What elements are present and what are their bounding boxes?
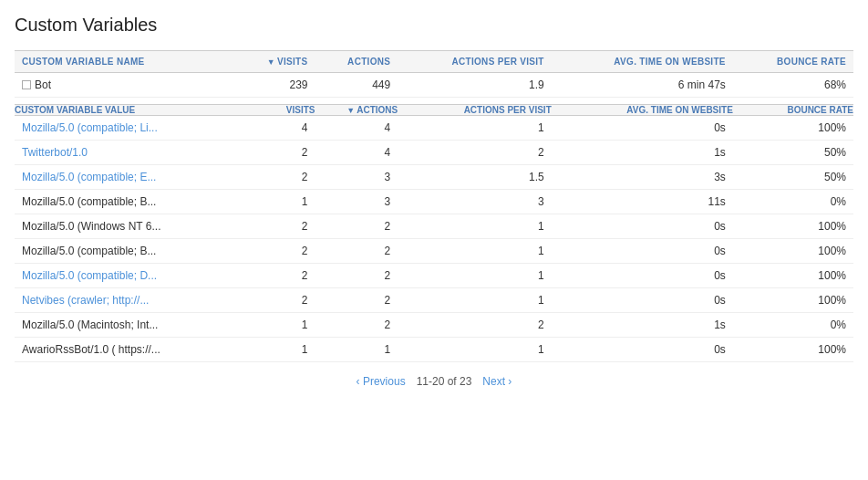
col-visits[interactable]: ▼Visits (235, 51, 315, 73)
row-avg: 1s (552, 313, 733, 338)
row-value: AwarioRssBot/1.0 ( https://... (15, 338, 235, 362)
bot-checkbox[interactable] (22, 80, 31, 89)
row-actions: 1 (315, 338, 398, 362)
row-bounce: 100% (733, 264, 853, 288)
prev-button[interactable]: ‹ Previous (356, 375, 406, 388)
row-avg: 0s (552, 239, 733, 264)
row-value: Mozilla/5.0 (compatible; B... (15, 190, 235, 214)
row-avg: 0s (552, 214, 733, 239)
col-bounce2: Bounce Rate (733, 105, 853, 116)
col-apv: Actions per Visit (398, 51, 552, 73)
row-visits: 1 (235, 338, 315, 362)
row-apv: 2 (398, 141, 552, 165)
row-avg: 0s (552, 116, 733, 141)
row-bounce: 100% (733, 214, 853, 239)
pagination: ‹ Previous 11-20 of 23 Next › (15, 375, 853, 388)
row-bounce: 0% (733, 313, 853, 338)
row-apv: 1 (398, 214, 552, 239)
row-actions: 2 (315, 239, 398, 264)
row-avg: 0s (552, 338, 733, 362)
custom-variables-table: Custom Variable Name ▼Visits Actions Act… (15, 50, 853, 362)
table-row: Mozilla/5.0 (compatible; D... 2 2 1 0s 1… (15, 264, 853, 288)
bot-visits: 239 (235, 73, 315, 98)
page-title: Custom Variables (15, 15, 853, 36)
row-visits: 2 (235, 141, 315, 165)
row-visits: 2 (235, 239, 315, 264)
table-row: AwarioRssBot/1.0 ( https://... 1 1 1 0s … (15, 338, 853, 362)
row-bounce: 100% (733, 338, 853, 362)
row-apv: 1 (398, 264, 552, 288)
col-apv2: Actions per Visit (398, 105, 552, 116)
col-visits2: Visits (235, 105, 315, 116)
row-actions: 3 (315, 165, 398, 190)
row-actions: 4 (315, 141, 398, 165)
table-row: Mozilla/5.0 (compatible; B... 1 3 3 11s … (15, 190, 853, 214)
row-actions: 2 (315, 288, 398, 313)
table-row: Mozilla/5.0 (compatible; B... 2 2 1 0s 1… (15, 239, 853, 264)
bot-label-text: Bot (35, 78, 51, 91)
table-row: Mozilla/5.0 (Macintosh; Int... 1 2 2 1s … (15, 313, 853, 338)
col-actions: Actions (315, 51, 398, 73)
row-apv: 1 (398, 338, 552, 362)
bot-avg-time: 6 min 47s (552, 73, 733, 98)
top-section-header: Custom Variable Name ▼Visits Actions Act… (15, 51, 853, 73)
row-actions: 2 (315, 313, 398, 338)
row-actions: 3 (315, 190, 398, 214)
section-gap (15, 98, 853, 105)
row-visits: 2 (235, 264, 315, 288)
col-bounce: Bounce Rate (733, 51, 853, 73)
row-value: Mozilla/5.0 (Windows NT 6... (15, 214, 235, 239)
bot-actions: 449 (315, 73, 398, 98)
row-bounce: 100% (733, 116, 853, 141)
bot-bounce: 68% (733, 73, 853, 98)
col-value: Custom Variable Value (15, 105, 235, 116)
row-visits: 2 (235, 165, 315, 190)
row-bounce: 100% (733, 239, 853, 264)
bottom-section-header: Custom Variable Value Visits ▼Actions Ac… (15, 105, 853, 116)
row-avg: 1s (552, 141, 733, 165)
col-actions2[interactable]: ▼Actions (315, 105, 398, 116)
next-button[interactable]: Next › (482, 375, 512, 388)
row-bounce: 50% (733, 141, 853, 165)
row-apv: 3 (398, 190, 552, 214)
table-row: Mozilla/5.0 (Windows NT 6... 2 2 1 0s 10… (15, 214, 853, 239)
row-actions: 4 (315, 116, 398, 141)
row-actions: 2 (315, 264, 398, 288)
col-avg-time2: Avg. Time on Website (552, 105, 733, 116)
row-value[interactable]: Twitterbot/1.0 (15, 141, 235, 165)
row-visits: 2 (235, 288, 315, 313)
bot-apv: 1.9 (398, 73, 552, 98)
row-apv: 2 (398, 313, 552, 338)
row-visits: 1 (235, 190, 315, 214)
row-actions: 2 (315, 214, 398, 239)
bot-name: Bot (15, 73, 235, 98)
row-bounce: 100% (733, 288, 853, 313)
page-range: 11-20 of 23 (417, 375, 472, 388)
row-visits: 1 (235, 313, 315, 338)
table-row: Mozilla/5.0 (compatible; E... 2 3 1.5 3s… (15, 165, 853, 190)
bot-row: Bot 239 449 1.9 6 min 47s 68% (15, 73, 853, 98)
row-value[interactable]: Mozilla/5.0 (compatible; E... (15, 165, 235, 190)
row-value[interactable]: Netvibes (crawler; http://... (15, 288, 235, 313)
row-apv: 1.5 (398, 165, 552, 190)
row-apv: 1 (398, 116, 552, 141)
row-value: Mozilla/5.0 (compatible; B... (15, 239, 235, 264)
row-value: Mozilla/5.0 (Macintosh; Int... (15, 313, 235, 338)
table-row: Mozilla/5.0 (compatible; Li... 4 4 1 0s … (15, 116, 853, 141)
row-avg: 0s (552, 264, 733, 288)
row-visits: 4 (235, 116, 315, 141)
row-bounce: 0% (733, 190, 853, 214)
col-name: Custom Variable Name (15, 51, 235, 73)
row-value[interactable]: Mozilla/5.0 (compatible; D... (15, 264, 235, 288)
row-apv: 1 (398, 288, 552, 313)
row-avg: 3s (552, 165, 733, 190)
col-avg-time: Avg. Time on Website (552, 51, 733, 73)
table-row: Twitterbot/1.0 2 4 2 1s 50% (15, 141, 853, 165)
row-visits: 2 (235, 214, 315, 239)
row-avg: 0s (552, 288, 733, 313)
table-row: Netvibes (crawler; http://... 2 2 1 0s 1… (15, 288, 853, 313)
row-bounce: 50% (733, 165, 853, 190)
row-value[interactable]: Mozilla/5.0 (compatible; Li... (15, 116, 235, 141)
row-avg: 11s (552, 190, 733, 214)
row-apv: 1 (398, 239, 552, 264)
